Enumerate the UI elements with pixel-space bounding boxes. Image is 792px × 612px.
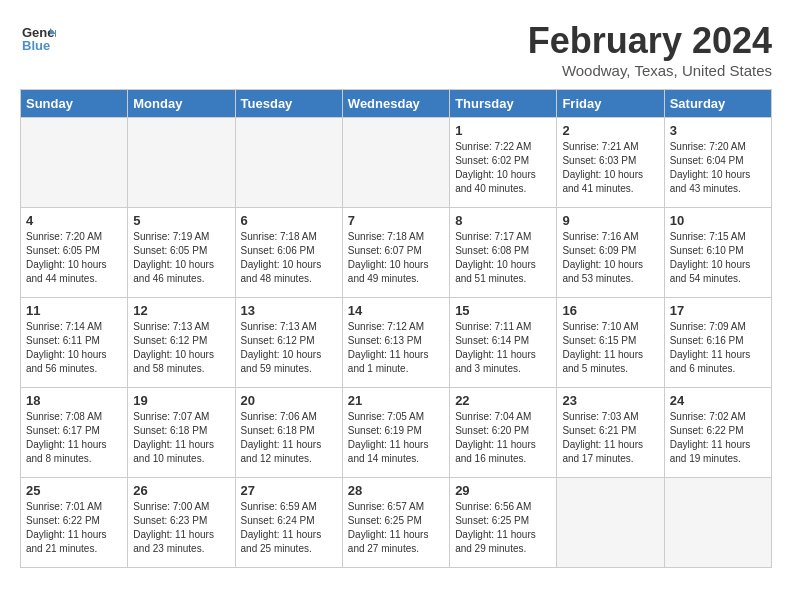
header-row: SundayMondayTuesdayWednesdayThursdayFrid…: [21, 90, 772, 118]
calendar-cell: [557, 478, 664, 568]
day-info: Sunrise: 7:04 AM Sunset: 6:20 PM Dayligh…: [455, 410, 551, 466]
day-number: 8: [455, 213, 551, 228]
day-number: 9: [562, 213, 658, 228]
calendar-cell: [21, 118, 128, 208]
day-info: Sunrise: 7:09 AM Sunset: 6:16 PM Dayligh…: [670, 320, 766, 376]
calendar-cell: 15Sunrise: 7:11 AM Sunset: 6:14 PM Dayli…: [450, 298, 557, 388]
day-number: 10: [670, 213, 766, 228]
page-header: General Blue February 2024 Woodway, Texa…: [20, 20, 772, 79]
calendar-week-4: 18Sunrise: 7:08 AM Sunset: 6:17 PM Dayli…: [21, 388, 772, 478]
day-info: Sunrise: 7:13 AM Sunset: 6:12 PM Dayligh…: [133, 320, 229, 376]
day-info: Sunrise: 7:05 AM Sunset: 6:19 PM Dayligh…: [348, 410, 444, 466]
day-number: 24: [670, 393, 766, 408]
day-info: Sunrise: 7:00 AM Sunset: 6:23 PM Dayligh…: [133, 500, 229, 556]
calendar-cell: 4Sunrise: 7:20 AM Sunset: 6:05 PM Daylig…: [21, 208, 128, 298]
title-block: February 2024 Woodway, Texas, United Sta…: [528, 20, 772, 79]
header-day-sunday: Sunday: [21, 90, 128, 118]
day-number: 13: [241, 303, 337, 318]
calendar-cell: 29Sunrise: 6:56 AM Sunset: 6:25 PM Dayli…: [450, 478, 557, 568]
day-number: 27: [241, 483, 337, 498]
day-number: 21: [348, 393, 444, 408]
day-info: Sunrise: 7:17 AM Sunset: 6:08 PM Dayligh…: [455, 230, 551, 286]
day-number: 5: [133, 213, 229, 228]
day-info: Sunrise: 7:15 AM Sunset: 6:10 PM Dayligh…: [670, 230, 766, 286]
day-number: 18: [26, 393, 122, 408]
day-info: Sunrise: 7:11 AM Sunset: 6:14 PM Dayligh…: [455, 320, 551, 376]
calendar-cell: 25Sunrise: 7:01 AM Sunset: 6:22 PM Dayli…: [21, 478, 128, 568]
calendar-cell: 20Sunrise: 7:06 AM Sunset: 6:18 PM Dayli…: [235, 388, 342, 478]
day-info: Sunrise: 7:20 AM Sunset: 6:05 PM Dayligh…: [26, 230, 122, 286]
day-info: Sunrise: 7:20 AM Sunset: 6:04 PM Dayligh…: [670, 140, 766, 196]
calendar-cell: 7Sunrise: 7:18 AM Sunset: 6:07 PM Daylig…: [342, 208, 449, 298]
day-number: 14: [348, 303, 444, 318]
calendar-cell: 3Sunrise: 7:20 AM Sunset: 6:04 PM Daylig…: [664, 118, 771, 208]
day-info: Sunrise: 7:18 AM Sunset: 6:07 PM Dayligh…: [348, 230, 444, 286]
day-number: 19: [133, 393, 229, 408]
calendar-cell: 21Sunrise: 7:05 AM Sunset: 6:19 PM Dayli…: [342, 388, 449, 478]
day-number: 16: [562, 303, 658, 318]
day-number: 15: [455, 303, 551, 318]
calendar-cell: 5Sunrise: 7:19 AM Sunset: 6:05 PM Daylig…: [128, 208, 235, 298]
calendar-cell: 19Sunrise: 7:07 AM Sunset: 6:18 PM Dayli…: [128, 388, 235, 478]
calendar-week-1: 1Sunrise: 7:22 AM Sunset: 6:02 PM Daylig…: [21, 118, 772, 208]
day-info: Sunrise: 7:03 AM Sunset: 6:21 PM Dayligh…: [562, 410, 658, 466]
header-day-thursday: Thursday: [450, 90, 557, 118]
day-info: Sunrise: 7:18 AM Sunset: 6:06 PM Dayligh…: [241, 230, 337, 286]
calendar-cell: 13Sunrise: 7:13 AM Sunset: 6:12 PM Dayli…: [235, 298, 342, 388]
calendar-cell: 26Sunrise: 7:00 AM Sunset: 6:23 PM Dayli…: [128, 478, 235, 568]
day-info: Sunrise: 7:22 AM Sunset: 6:02 PM Dayligh…: [455, 140, 551, 196]
header-day-friday: Friday: [557, 90, 664, 118]
day-number: 22: [455, 393, 551, 408]
day-info: Sunrise: 7:06 AM Sunset: 6:18 PM Dayligh…: [241, 410, 337, 466]
day-info: Sunrise: 7:14 AM Sunset: 6:11 PM Dayligh…: [26, 320, 122, 376]
calendar-week-5: 25Sunrise: 7:01 AM Sunset: 6:22 PM Dayli…: [21, 478, 772, 568]
calendar-cell: 16Sunrise: 7:10 AM Sunset: 6:15 PM Dayli…: [557, 298, 664, 388]
day-info: Sunrise: 7:16 AM Sunset: 6:09 PM Dayligh…: [562, 230, 658, 286]
day-number: 1: [455, 123, 551, 138]
calendar-body: 1Sunrise: 7:22 AM Sunset: 6:02 PM Daylig…: [21, 118, 772, 568]
calendar-cell: [235, 118, 342, 208]
calendar-cell: 24Sunrise: 7:02 AM Sunset: 6:22 PM Dayli…: [664, 388, 771, 478]
calendar-cell: 22Sunrise: 7:04 AM Sunset: 6:20 PM Dayli…: [450, 388, 557, 478]
calendar-cell: 1Sunrise: 7:22 AM Sunset: 6:02 PM Daylig…: [450, 118, 557, 208]
calendar-cell: 23Sunrise: 7:03 AM Sunset: 6:21 PM Dayli…: [557, 388, 664, 478]
day-number: 4: [26, 213, 122, 228]
day-number: 17: [670, 303, 766, 318]
day-info: Sunrise: 7:10 AM Sunset: 6:15 PM Dayligh…: [562, 320, 658, 376]
day-number: 25: [26, 483, 122, 498]
header-day-saturday: Saturday: [664, 90, 771, 118]
day-number: 12: [133, 303, 229, 318]
day-number: 29: [455, 483, 551, 498]
location-title: Woodway, Texas, United States: [528, 62, 772, 79]
calendar-cell: 14Sunrise: 7:12 AM Sunset: 6:13 PM Dayli…: [342, 298, 449, 388]
day-info: Sunrise: 7:19 AM Sunset: 6:05 PM Dayligh…: [133, 230, 229, 286]
day-info: Sunrise: 6:59 AM Sunset: 6:24 PM Dayligh…: [241, 500, 337, 556]
calendar-cell: 12Sunrise: 7:13 AM Sunset: 6:12 PM Dayli…: [128, 298, 235, 388]
day-info: Sunrise: 7:08 AM Sunset: 6:17 PM Dayligh…: [26, 410, 122, 466]
day-info: Sunrise: 7:07 AM Sunset: 6:18 PM Dayligh…: [133, 410, 229, 466]
month-title: February 2024: [528, 20, 772, 62]
day-info: Sunrise: 7:13 AM Sunset: 6:12 PM Dayligh…: [241, 320, 337, 376]
calendar-cell: 9Sunrise: 7:16 AM Sunset: 6:09 PM Daylig…: [557, 208, 664, 298]
day-number: 7: [348, 213, 444, 228]
day-info: Sunrise: 7:02 AM Sunset: 6:22 PM Dayligh…: [670, 410, 766, 466]
day-number: 11: [26, 303, 122, 318]
header-day-wednesday: Wednesday: [342, 90, 449, 118]
day-number: 20: [241, 393, 337, 408]
calendar-cell: 8Sunrise: 7:17 AM Sunset: 6:08 PM Daylig…: [450, 208, 557, 298]
logo: General Blue: [20, 20, 56, 56]
day-info: Sunrise: 7:21 AM Sunset: 6:03 PM Dayligh…: [562, 140, 658, 196]
day-info: Sunrise: 6:56 AM Sunset: 6:25 PM Dayligh…: [455, 500, 551, 556]
calendar-table: SundayMondayTuesdayWednesdayThursdayFrid…: [20, 89, 772, 568]
day-info: Sunrise: 7:12 AM Sunset: 6:13 PM Dayligh…: [348, 320, 444, 376]
day-info: Sunrise: 7:01 AM Sunset: 6:22 PM Dayligh…: [26, 500, 122, 556]
day-number: 23: [562, 393, 658, 408]
calendar-week-3: 11Sunrise: 7:14 AM Sunset: 6:11 PM Dayli…: [21, 298, 772, 388]
calendar-cell: 6Sunrise: 7:18 AM Sunset: 6:06 PM Daylig…: [235, 208, 342, 298]
day-number: 26: [133, 483, 229, 498]
header-day-monday: Monday: [128, 90, 235, 118]
day-info: Sunrise: 6:57 AM Sunset: 6:25 PM Dayligh…: [348, 500, 444, 556]
header-day-tuesday: Tuesday: [235, 90, 342, 118]
calendar-cell: 2Sunrise: 7:21 AM Sunset: 6:03 PM Daylig…: [557, 118, 664, 208]
logo-icon: General Blue: [20, 20, 56, 56]
